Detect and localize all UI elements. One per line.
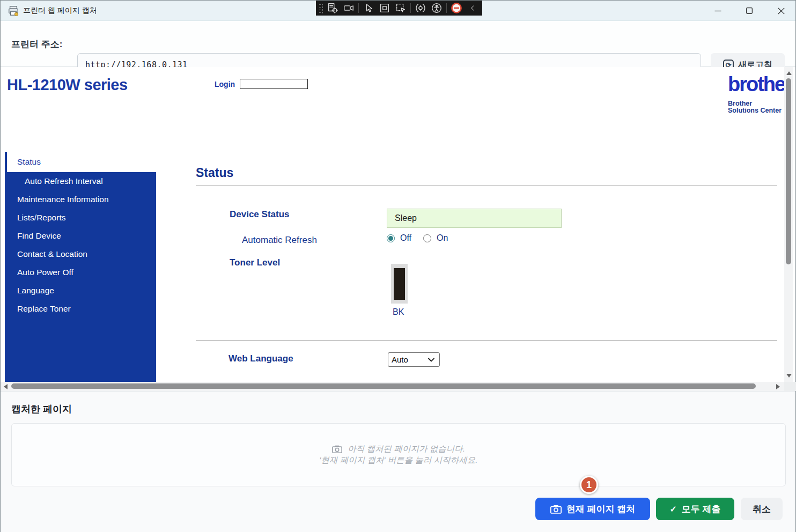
automatic-refresh-radios: Off On [387, 233, 448, 243]
toner-level-gauge [391, 264, 408, 304]
capture-current-page-button[interactable]: 현재 페이지 캡처 [535, 498, 650, 520]
toner-level-fill [394, 268, 405, 300]
login-label: Login [215, 80, 235, 88]
sidebar-item-replace-toner[interactable]: Replace Toner [5, 300, 156, 318]
empty-state-message: 아직 캡처된 페이지가 없습니다. '현재 페이지 캡처' 버튼을 눌러 시작하… [12, 443, 785, 466]
drag-grip-icon[interactable] [318, 3, 323, 13]
sidebar-item-contact-location[interactable]: Contact & Location [5, 245, 156, 263]
sidebar-item-auto-power-off[interactable]: Auto Power Off [5, 263, 156, 282]
accessibility-icon[interactable] [429, 1, 444, 15]
minimize-button[interactable] [705, 1, 730, 21]
web-language-select[interactable]: Auto [388, 352, 440, 367]
toner-name: BK [393, 307, 404, 317]
capture-list-icon[interactable] [325, 1, 340, 15]
pointer-select-icon[interactable] [361, 1, 376, 15]
device-status-label: Device Status [230, 209, 290, 220]
toolbar-divider [410, 3, 411, 13]
scroll-left-arrow[interactable] [4, 384, 8, 389]
web-language-label: Web Language [229, 353, 293, 364]
sidebar-item-maintenance-information[interactable]: Maintenance Information [5, 190, 156, 209]
status-page-heading: Status [196, 166, 233, 180]
record-stop-icon[interactable] [449, 1, 464, 15]
printer-app-icon [8, 5, 19, 17]
check-icon: ✓ [669, 504, 676, 514]
printer-model-title: HL-1210W series [7, 76, 128, 94]
horizontal-scroll-thumb[interactable] [11, 383, 756, 389]
capture-button-label: 현재 페이지 캡처 [566, 503, 635, 515]
titlebar: 프린터 웹 페이지 캡처 [1, 1, 795, 21]
collapse-chevron-icon[interactable] [465, 1, 480, 15]
step-badge: 1 [580, 476, 598, 494]
horizontal-scrollbar[interactable] [1, 382, 784, 391]
capture-panel: 캡처한 페이지 아직 캡처된 페이지가 없습니다. '현재 페이지 캡처' 버튼… [1, 391, 795, 532]
submit-button-label: 모두 제출 [682, 503, 721, 515]
login-input[interactable] [240, 79, 308, 89]
sidebar-item-lists-reports[interactable]: Lists/Reports [5, 209, 156, 227]
close-button[interactable] [769, 1, 793, 21]
heading-divider [196, 186, 777, 186]
scroll-up-arrow[interactable] [786, 71, 792, 75]
radio-on[interactable] [423, 234, 431, 242]
camera-icon [332, 445, 342, 453]
sidebar-item-find-device[interactable]: Find Device [5, 227, 156, 245]
radio-on-label: On [437, 233, 448, 243]
brother-solutions-link[interactable]: Brother Solutions Center [728, 100, 784, 114]
toolbar-divider [446, 3, 447, 13]
radio-off[interactable] [387, 234, 395, 242]
video-camera-icon[interactable] [341, 1, 356, 15]
captured-pages-heading: 캡처한 페이지 [11, 403, 72, 416]
vertical-scroll-thumb[interactable] [786, 78, 791, 264]
toner-level-label: Toner Level [230, 257, 280, 268]
gear-brackets-icon[interactable] [413, 1, 428, 15]
submit-all-button[interactable]: ✓ 모두 제출 [656, 498, 734, 520]
device-status-value: Sleep [387, 209, 562, 228]
printer-address-label: 프린터 주소: [11, 38, 62, 50]
brother-brand: brother Brother Solutions Center [728, 72, 784, 114]
printer-webview: HL-1210W series Login brother Brother So… [1, 67, 784, 382]
sidebar-item-status[interactable]: Status [7, 152, 156, 172]
region-select-icon[interactable] [393, 1, 408, 15]
captured-pages-list: 아직 캡처된 페이지가 없습니다. '현재 페이지 캡처' 버튼을 눌러 시작하… [11, 423, 786, 486]
maximize-button[interactable] [737, 1, 762, 21]
sidebar-item-auto-refresh-interval[interactable]: Auto Refresh Interval [5, 172, 156, 190]
brother-logo: brother [728, 72, 784, 96]
scrollbar-corner [784, 382, 796, 391]
address-bar: 프린터 주소: ⟳ 새로고침 [1, 21, 795, 67]
capture-overlay-toolbar [316, 1, 482, 16]
sidebar-nav: Status Auto Refresh Interval Maintenance… [5, 152, 156, 382]
window-select-icon[interactable] [377, 1, 392, 15]
sidebar-item-language[interactable]: Language [5, 282, 156, 300]
window-title: 프린터 웹 페이지 캡처 [23, 6, 97, 16]
toolbar-divider [358, 3, 359, 13]
section-divider [196, 340, 777, 341]
radio-off-label: Off [400, 233, 411, 243]
vertical-scrollbar[interactable] [784, 67, 793, 382]
camera-icon [550, 505, 562, 514]
cancel-button[interactable]: 취소 [741, 498, 783, 520]
app-window: 프린터 웹 페이지 캡처 [0, 0, 796, 532]
scroll-right-arrow[interactable] [776, 384, 780, 389]
scroll-down-arrow[interactable] [786, 374, 792, 378]
automatic-refresh-label: Automatic Refresh [242, 235, 317, 246]
